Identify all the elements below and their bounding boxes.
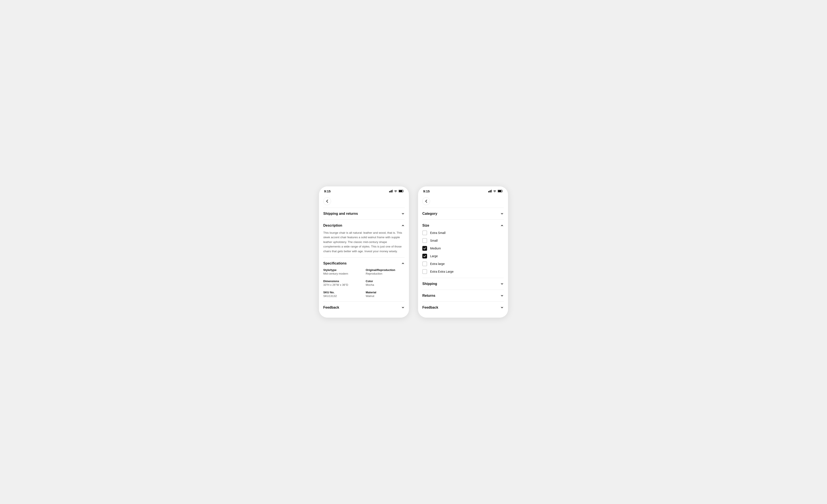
- spec-dimensions-label: Dimensions: [323, 280, 362, 283]
- right-time: 9:15: [423, 189, 430, 193]
- spec-color-value: Mocha: [366, 283, 405, 286]
- right-back-chevron-icon: [425, 200, 427, 203]
- battery-icon: [399, 190, 404, 192]
- specifications-section: Specifications Style/type Mid-century mo…: [323, 258, 405, 301]
- left-status-icons: [389, 190, 404, 192]
- right-feedback-chevron-icon: [500, 306, 504, 309]
- spec-dimensions-value: 33"H x 26"W x 36"D: [323, 283, 362, 286]
- right-phone-bottom: [418, 313, 508, 318]
- signal-icon: [389, 190, 393, 192]
- right-feedback-section: Feedback: [422, 301, 504, 313]
- right-phone: 9:15: [418, 186, 508, 318]
- right-shipping-section: Shipping: [422, 278, 504, 290]
- spec-material-label: Material: [366, 291, 405, 294]
- size-section: Size Extra Small: [422, 220, 504, 278]
- right-shipping-title: Shipping: [422, 282, 437, 286]
- spec-sku-value: SKU13132: [323, 294, 362, 298]
- size-label-extra-small: Extra Small: [430, 231, 446, 235]
- returns-header[interactable]: Returns: [422, 294, 504, 298]
- category-title: Category: [422, 212, 437, 216]
- category-header[interactable]: Category: [422, 212, 504, 216]
- shipping-returns-title: Shipping and returns: [323, 212, 358, 216]
- right-status-icons: [488, 190, 503, 192]
- right-battery-icon: [498, 190, 503, 192]
- svg-rect-3: [392, 190, 393, 192]
- left-feedback-header[interactable]: Feedback: [323, 305, 405, 310]
- right-wifi-icon: [493, 190, 496, 192]
- checkbox-medium[interactable]: [422, 246, 427, 251]
- check-icon-medium: [424, 247, 426, 249]
- size-label-large: Large: [430, 255, 438, 258]
- size-option-extra-small[interactable]: Extra Small: [422, 230, 504, 235]
- description-section: Description This lounge chair is all nat…: [323, 220, 405, 258]
- left-feedback-section: Feedback: [323, 301, 405, 313]
- size-label-extra-extra-large: Extra Extra Large: [430, 270, 453, 273]
- spec-style-label: Style/type: [323, 268, 362, 272]
- shipping-returns-chevron-icon: [401, 212, 405, 215]
- spec-color-label: Color: [366, 280, 405, 283]
- spec-dimensions: Dimensions 33"H x 26"W x 36"D: [323, 280, 362, 286]
- left-back-chevron-icon: [326, 200, 328, 203]
- size-option-extra-extra-large[interactable]: Extra Extra Large: [422, 269, 504, 274]
- shipping-returns-section: Shipping and returns: [323, 208, 405, 220]
- size-option-large[interactable]: Large: [422, 254, 504, 259]
- left-phone: 9:15: [319, 186, 409, 318]
- description-chevron-icon: [401, 224, 405, 227]
- category-section: Category: [422, 208, 504, 220]
- specifications-header[interactable]: Specifications: [323, 262, 405, 265]
- returns-section: Returns: [422, 290, 504, 301]
- svg-rect-7: [489, 191, 490, 192]
- spec-material: Material Walnut: [366, 291, 405, 298]
- description-header[interactable]: Description: [323, 224, 405, 227]
- size-header[interactable]: Size: [422, 224, 504, 227]
- returns-title: Returns: [422, 294, 435, 298]
- spec-sku-label: SKU No.: [323, 291, 362, 294]
- specifications-chevron-icon: [401, 262, 405, 265]
- size-option-extra-large[interactable]: Extra large: [422, 262, 504, 266]
- specifications-title: Specifications: [323, 262, 346, 265]
- spec-original-value: Reproduction: [366, 272, 405, 275]
- shipping-returns-header[interactable]: Shipping and returns: [323, 212, 405, 216]
- specifications-content: Style/type Mid-century modern Original/R…: [323, 268, 405, 298]
- left-time: 9:15: [324, 189, 331, 193]
- checkbox-extra-small[interactable]: [422, 230, 427, 235]
- description-content: This lounge chair is all natural: leathe…: [323, 230, 405, 254]
- svg-rect-2: [391, 190, 392, 192]
- spec-sku: SKU No. SKU13132: [323, 291, 362, 298]
- description-text: This lounge chair is all natural: leathe…: [323, 230, 405, 254]
- size-label-extra-large: Extra large: [430, 262, 445, 266]
- checkbox-small[interactable]: [422, 238, 427, 243]
- right-back-btn-area: [418, 195, 508, 208]
- right-feedback-title: Feedback: [422, 305, 438, 310]
- right-content: Category Size: [418, 208, 508, 313]
- right-back-button[interactable]: [422, 197, 430, 205]
- checkbox-extra-extra-large[interactable]: [422, 269, 427, 274]
- spec-style: Style/type Mid-century modern: [323, 268, 362, 275]
- left-content: Shipping and returns Description This lo…: [319, 208, 409, 314]
- right-signal-icon: [488, 190, 492, 192]
- wifi-icon: [394, 190, 397, 192]
- check-icon-large: [424, 255, 426, 257]
- checkbox-extra-large[interactable]: [422, 262, 427, 266]
- left-back-btn-area: [319, 195, 409, 208]
- left-phone-bottom: [319, 313, 409, 318]
- right-shipping-header[interactable]: Shipping: [422, 282, 504, 286]
- description-title: Description: [323, 224, 342, 227]
- size-title: Size: [422, 224, 429, 227]
- svg-rect-1: [390, 191, 391, 192]
- spec-original-label: Original/Reproduction: [366, 268, 405, 272]
- size-option-small[interactable]: Small: [422, 238, 504, 243]
- size-option-medium[interactable]: Medium: [422, 246, 504, 251]
- category-chevron-icon: [500, 212, 504, 215]
- returns-chevron-icon: [500, 294, 504, 297]
- svg-rect-5: [399, 190, 402, 192]
- size-chevron-icon: [500, 224, 504, 227]
- left-status-bar: 9:15: [319, 186, 409, 195]
- specs-grid: Style/type Mid-century modern Original/R…: [323, 268, 405, 298]
- checkbox-large[interactable]: [422, 254, 427, 259]
- left-back-button[interactable]: [323, 197, 331, 205]
- spec-original: Original/Reproduction Reproduction: [366, 268, 405, 275]
- svg-rect-6: [488, 191, 489, 192]
- svg-rect-9: [491, 190, 492, 192]
- right-feedback-header[interactable]: Feedback: [422, 305, 504, 310]
